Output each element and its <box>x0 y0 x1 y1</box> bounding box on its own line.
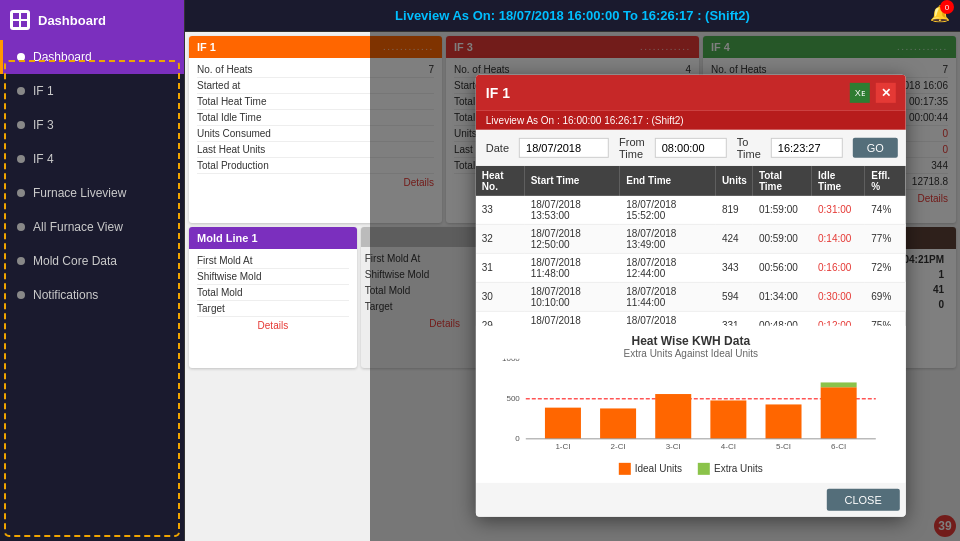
cell-units: 343 <box>716 253 753 282</box>
cell-start: 18/07/2018 12:50:00 <box>525 224 621 253</box>
modal-go-button[interactable]: GO <box>853 137 898 157</box>
cell-idle: 0:30:00 <box>812 282 865 311</box>
legend-ideal-label: Ideal Units <box>635 463 682 474</box>
cell-eff: 77% <box>865 224 906 253</box>
modal-table-head: Heat No. Start Time End Time Units Total… <box>476 165 906 195</box>
sidebar-item-dashboard[interactable]: Dashboard <box>0 40 184 74</box>
cell-start: 18/07/2018 11:48:00 <box>525 253 621 282</box>
modal-close-button[interactable]: CLOSE <box>827 488 900 510</box>
if1-started-label: Started at <box>197 80 240 91</box>
sidebar-item-label: IF 1 <box>33 84 54 98</box>
cell-units: 424 <box>716 224 753 253</box>
col-total-time: Total Time <box>753 165 812 195</box>
sidebar-item-if3[interactable]: IF 3 <box>0 108 184 142</box>
modal-date-input[interactable] <box>519 137 609 157</box>
cell-total: 00:59:00 <box>753 224 812 253</box>
svg-text:5-CI: 5-CI <box>776 441 791 450</box>
modal-from-label: From Time <box>619 135 645 159</box>
header: Liveview As On: 18/07/2018 16:00:00 To 1… <box>185 0 960 32</box>
sidebar-item-label: IF 3 <box>33 118 54 132</box>
table-row: 33 18/07/2018 13:53:00 18/07/2018 15:52:… <box>476 195 906 224</box>
table-row: 32 18/07/2018 12:50:00 18/07/2018 13:49:… <box>476 224 906 253</box>
svg-text:4-CI: 4-CI <box>721 441 736 450</box>
sidebar-item-notifications[interactable]: Notifications <box>0 278 184 312</box>
svg-text:500: 500 <box>506 393 520 402</box>
modal-excel-button[interactable]: Xᴇ <box>850 82 870 102</box>
cell-start: 18/07/2018 10:06:00 <box>525 311 621 326</box>
modal-table-container: Heat No. Start Time End Time Units Total… <box>476 165 906 325</box>
mold-total-row: Total Mold <box>197 285 349 301</box>
cell-heat-no: 29 <box>476 311 525 326</box>
legend-extra-box <box>698 462 710 474</box>
modal-overlay: IF 1 Xᴇ ✕ Liveview As On : 16:00:00 16:2… <box>370 32 960 541</box>
col-end-time: End Time <box>620 165 716 195</box>
sidebar-item-label: Dashboard <box>33 50 92 64</box>
sidebar-item-if4[interactable]: IF 4 <box>0 142 184 176</box>
cell-heat-no: 30 <box>476 282 525 311</box>
cell-idle: 0:14:00 <box>812 224 865 253</box>
mold-details-link[interactable]: Details <box>258 320 289 331</box>
sidebar-dot <box>17 121 25 129</box>
cell-eff: 74% <box>865 195 906 224</box>
cell-idle: 0:16:00 <box>812 253 865 282</box>
modal-from-time-input[interactable] <box>655 137 727 157</box>
cell-start: 18/07/2018 10:10:00 <box>525 282 621 311</box>
cell-eff: 72% <box>865 253 906 282</box>
col-effl: Effl. % <box>865 165 906 195</box>
modal-close-x-button[interactable]: ✕ <box>876 82 896 102</box>
sidebar-item-label: Mold Core Data <box>33 254 117 268</box>
if1-production-label: Total Production <box>197 160 269 171</box>
sidebar-item-mold-core[interactable]: Mold Core Data <box>0 244 184 278</box>
bar-ideal-4-CI <box>710 400 746 438</box>
cell-end: 18/07/2018 12:44:00 <box>620 253 716 282</box>
modal-to-time-input[interactable] <box>771 137 843 157</box>
modal-subheader-text: Liveview As On : 16:00:00 16:26:17 : (Sh… <box>486 114 684 125</box>
svg-rect-3 <box>21 21 27 27</box>
cell-end: 18/07/2018 15:52:00 <box>620 195 716 224</box>
cell-eff: 75% <box>865 311 906 326</box>
modal-footer: CLOSE <box>476 482 906 516</box>
if1-heats-label: No. of Heats <box>197 64 253 75</box>
legend-ideal-box <box>619 462 631 474</box>
cell-units: 331 <box>716 311 753 326</box>
sidebar-dot <box>17 87 25 95</box>
notification-badge: 0 <box>940 0 954 14</box>
modal-table: Heat No. Start Time End Time Units Total… <box>476 165 906 325</box>
if1-heat-time-label: Total Heat Time <box>197 96 266 107</box>
sidebar-item-label: IF 4 <box>33 152 54 166</box>
cell-start: 18/07/2018 13:53:00 <box>525 195 621 224</box>
cell-total: 00:56:00 <box>753 253 812 282</box>
col-start-time: Start Time <box>525 165 621 195</box>
notification-area: 🔔 0 <box>930 4 950 23</box>
bar-ideal-5-CI <box>766 404 802 438</box>
svg-text:3-CI: 3-CI <box>666 441 681 450</box>
if1-units-label: Units Consumed <box>197 128 271 139</box>
sidebar: Dashboard Dashboard IF 1 IF 3 IF 4 Furna… <box>0 0 185 541</box>
sidebar-item-all-furnace[interactable]: All Furnace View <box>0 210 184 244</box>
cell-units: 594 <box>716 282 753 311</box>
chart-area: Heat Wise KWH Data Extra Units Against I… <box>476 325 906 482</box>
modal-table-body: 33 18/07/2018 13:53:00 18/07/2018 15:52:… <box>476 195 906 325</box>
cell-units: 819 <box>716 195 753 224</box>
legend-extra-label: Extra Units <box>714 463 763 474</box>
table-row: 30 18/07/2018 10:10:00 18/07/2018 11:44:… <box>476 282 906 311</box>
sidebar-item-if1[interactable]: IF 1 <box>0 74 184 108</box>
cell-end: 18/07/2018 11:03:00 <box>620 311 716 326</box>
modal-header: IF 1 Xᴇ ✕ <box>476 74 906 110</box>
bar-extra-6-CI <box>821 382 857 387</box>
mold-first-label: First Mold At <box>197 255 253 266</box>
mold-line1-body: First Mold At Shiftwise Mold Total Mold … <box>189 249 357 335</box>
col-units: Units <box>716 165 753 195</box>
sidebar-item-label: All Furnace View <box>33 220 123 234</box>
bar-ideal-6-CI <box>821 387 857 439</box>
logo-icon <box>10 10 30 30</box>
cell-total: 01:34:00 <box>753 282 812 311</box>
sidebar-item-label: Furnace Liveview <box>33 186 126 200</box>
bar-ideal-1-CI <box>545 407 581 438</box>
bar-ideal-2-CI <box>600 408 636 438</box>
sidebar-item-furnace-liveview[interactable]: Furnace Liveview <box>0 176 184 210</box>
modal-table-header-row: Heat No. Start Time End Time Units Total… <box>476 165 906 195</box>
svg-text:0: 0 <box>515 433 520 442</box>
svg-rect-0 <box>13 13 19 19</box>
sidebar-logo[interactable]: Dashboard <box>0 0 184 40</box>
